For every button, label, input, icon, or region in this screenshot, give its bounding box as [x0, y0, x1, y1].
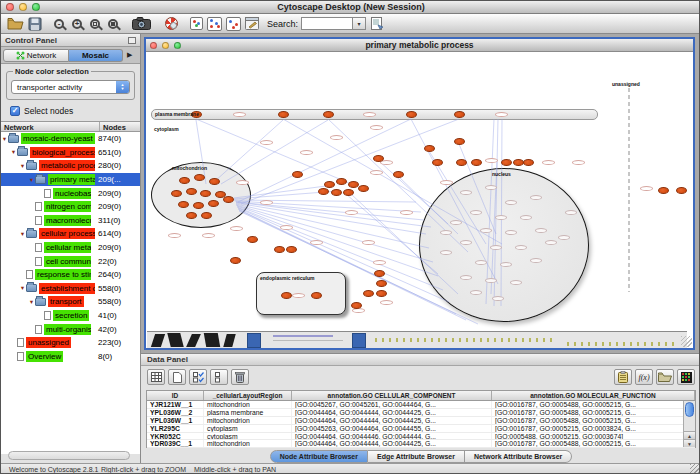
import-attributes-button[interactable]	[656, 369, 674, 385]
network-node[interactable]	[318, 188, 329, 195]
zoom-out-button[interactable]: -	[54, 15, 64, 33]
tree-row[interactable]: nucleobase-209(0)	[1, 186, 140, 200]
attribute-table-button[interactable]	[147, 369, 165, 385]
mosaic-layout-button[interactable]	[207, 15, 222, 33]
open-session-button[interactable]	[7, 15, 24, 33]
expand-arrow-icon[interactable]: ▼	[19, 163, 26, 169]
network-node[interactable]	[363, 290, 374, 297]
network-node[interactable]	[676, 187, 687, 194]
search-dropdown-button[interactable]: ▾	[353, 17, 366, 30]
delete-attribute-button[interactable]	[231, 369, 249, 385]
clipboard-button[interactable]	[614, 369, 632, 385]
network-node[interactable]	[376, 280, 387, 287]
tree-row[interactable]: ▼mosaic-demo-yeast874(0)	[1, 132, 140, 146]
network-node[interactable]	[336, 178, 347, 185]
network-node[interactable]	[292, 171, 303, 178]
save-session-button[interactable]	[28, 15, 42, 33]
network-node[interactable]	[454, 111, 465, 118]
canvas-resize-grip[interactable]	[681, 336, 692, 347]
tab-edge-attribute-browser[interactable]: Edge Attribute Browser	[368, 450, 465, 463]
formula-builder-button[interactable]: f(x)	[635, 369, 653, 385]
tab-node-attribute-browser[interactable]: Node Attribute Browser	[270, 450, 368, 463]
network-node[interactable]	[393, 171, 404, 178]
network-node[interactable]	[286, 246, 297, 253]
expand-arrow-icon[interactable]: ▼	[10, 149, 17, 155]
zoom-selected-button[interactable]	[108, 15, 118, 33]
network-node[interactable]	[281, 292, 292, 299]
select-attributes-button[interactable]	[189, 369, 207, 385]
column-molecular-function[interactable]: annotation.GO MOLECULAR_FUNCTION	[492, 391, 695, 400]
scrollbar-thumb[interactable]	[685, 402, 694, 417]
column-id[interactable]: ID	[147, 391, 204, 400]
network-node[interactable]	[230, 257, 241, 264]
window-resize-grip[interactable]	[690, 464, 700, 474]
network-node[interactable]	[424, 145, 435, 152]
tree-row[interactable]: secretion41(0)	[1, 309, 140, 323]
network-node[interactable]	[179, 177, 190, 184]
network-canvas[interactable]: plasma membrane cytoplasm mitochondrion …	[146, 52, 693, 348]
help-button[interactable]	[165, 15, 178, 33]
float-panel-icon[interactable]	[128, 37, 136, 44]
tree-row[interactable]: ▼biological_process651(0)	[1, 146, 140, 160]
network-node[interactable]	[454, 138, 465, 145]
tab-overflow-arrow[interactable]: ▶	[127, 51, 132, 59]
annotation-button[interactable]	[245, 15, 259, 33]
tree-column-nodes[interactable]: Nodes	[100, 122, 140, 131]
network-node[interactable]	[247, 236, 258, 243]
network-node[interactable]	[186, 212, 197, 219]
tree-row[interactable]: cell communicat22(0)	[1, 254, 140, 268]
network-node[interactable]	[311, 292, 322, 299]
search-options-button[interactable]	[371, 15, 384, 33]
zoom-fit-button[interactable]	[90, 15, 100, 33]
network-node[interactable]	[343, 189, 354, 196]
network-node[interactable]	[658, 187, 669, 194]
tree-row[interactable]: ▼cellular process614(0)	[1, 227, 140, 241]
network-node[interactable]	[376, 290, 387, 297]
network-node[interactable]	[209, 178, 220, 185]
column-region[interactable]: _cellularLayoutRegion	[204, 391, 292, 400]
table-row[interactable]: YLR295Ccytoplasm[GO:0045263, GO:0044464,…	[147, 425, 695, 433]
node-color-dropdown[interactable]: transporter activity ▲▼	[11, 80, 130, 94]
network-node[interactable]	[351, 302, 362, 309]
network-node[interactable]	[200, 190, 211, 197]
expand-arrow-icon[interactable]: ▼	[28, 177, 35, 183]
tab-network-attribute-browser[interactable]: Network Attribute Browser	[465, 450, 572, 463]
new-attribute-button[interactable]	[168, 369, 186, 385]
table-row[interactable]: YPL036W__2plasma membrane[GO:0044464, GO…	[147, 409, 695, 417]
scroll-up-arrow[interactable]: ▲	[684, 431, 695, 439]
snapshot-button[interactable]	[132, 15, 151, 33]
column-cellular-component[interactable]: annotation.GO CELLULAR_COMPONENT	[292, 391, 492, 400]
tree-row[interactable]: macromolecule311(0)	[1, 214, 140, 228]
table-row[interactable]: YDR039C__1mitochondrion[GO:0044464, GO:0…	[147, 440, 695, 448]
network-node[interactable]	[358, 185, 369, 192]
tree-column-network[interactable]: Network	[1, 122, 100, 131]
network-node[interactable]	[456, 159, 467, 166]
select-nodes-checkbox[interactable]: ✓	[10, 106, 20, 116]
network-node[interactable]	[208, 200, 219, 207]
network-node[interactable]	[374, 270, 385, 277]
network-frame-titlebar[interactable]: primary metabolic process	[146, 39, 693, 52]
expand-arrow-icon[interactable]: ▼	[19, 231, 26, 237]
network-node[interactable]	[324, 181, 335, 188]
network-node[interactable]	[223, 196, 234, 203]
expand-arrow-icon[interactable]: ▼	[1, 136, 8, 142]
table-row[interactable]: YJR121W__1mitochondrion[GO:0045267, GO:0…	[147, 401, 695, 409]
control-panel-hscrollbar[interactable]	[8, 451, 130, 460]
unselect-attributes-button[interactable]	[210, 369, 228, 385]
network-node[interactable]	[471, 159, 482, 166]
network-node[interactable]	[331, 189, 342, 196]
mosaic-layout2-button[interactable]	[226, 15, 241, 33]
tab-network[interactable]: Network	[3, 49, 69, 62]
tree-row[interactable]: ▼transport558(0)	[1, 295, 140, 309]
heatmap-button[interactable]	[677, 369, 695, 385]
tree-row[interactable]: ▼establishment of lo558(0)	[1, 282, 140, 296]
select-nodes-option[interactable]: ✓ Select nodes	[10, 106, 140, 116]
expand-arrow-icon[interactable]: ▼	[19, 285, 26, 291]
network-node[interactable]	[373, 155, 384, 162]
network-node[interactable]	[194, 174, 205, 181]
network-node[interactable]	[523, 159, 534, 166]
network-frame[interactable]: primary metabolic process plasma membran…	[144, 37, 695, 350]
network-node[interactable]	[501, 159, 512, 166]
tree-row[interactable]: Overview8(0)	[1, 350, 140, 364]
network-node[interactable]	[171, 190, 182, 197]
